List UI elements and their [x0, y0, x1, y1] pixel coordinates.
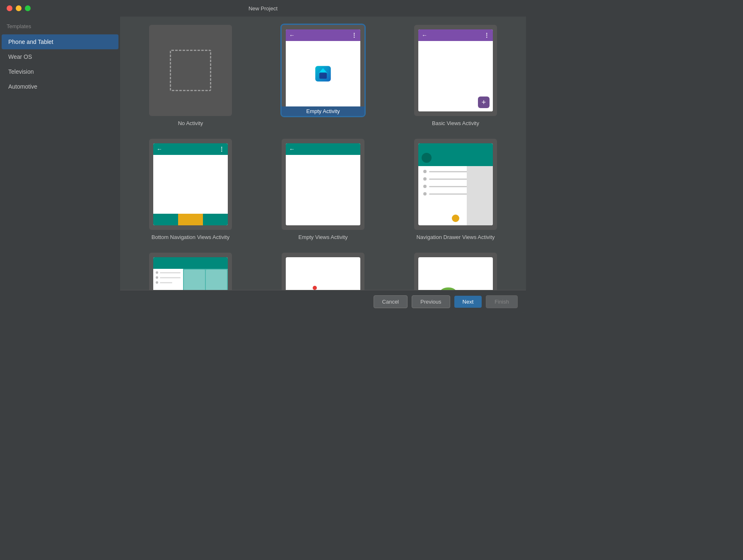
sidebar-section-title: Templates [0, 23, 120, 34]
phone-body-empty [286, 41, 360, 111]
minimize-button[interactable] [16, 5, 22, 11]
sidebar-item-television[interactable]: Television [2, 64, 118, 79]
svg-rect-1 [319, 72, 327, 79]
template-preview-empty-activity: ← ⋮ [282, 25, 364, 116]
template-preview-empty-views: ← [282, 139, 364, 230]
previous-button[interactable]: Previous [412, 295, 450, 308]
template-preview-bottom-nav: ← ⋮ [149, 139, 232, 230]
template-preview-cpp: C ++ [414, 253, 497, 290]
resp-table-body [153, 269, 228, 290]
phone-mockup-basic: ← ⋮ + [418, 29, 493, 111]
template-empty-activity[interactable]: ← ⋮ [265, 25, 381, 126]
sidebar-item-wear-os[interactable]: Wear OS [2, 49, 118, 64]
more-icon-basic: ⋮ [484, 32, 490, 39]
templates-grid: No Activity ← ⋮ [120, 17, 526, 290]
template-label-empty-views: Empty Views Activity [299, 234, 348, 240]
template-label-basic-views: Basic Views Activity [432, 120, 479, 126]
finish-button[interactable]: Finish [486, 295, 518, 308]
resp-table-mockup: ↗ [153, 257, 228, 290]
template-bottom-nav[interactable]: ← ⋮ Bottom Navigation Views Activity [133, 139, 248, 240]
phone-mockup-empty-views: ← [286, 143, 360, 225]
svg-point-12 [313, 286, 317, 290]
window-controls [7, 5, 31, 11]
close-button[interactable] [7, 5, 12, 11]
dashed-placeholder [170, 50, 211, 91]
template-preview-responsive: ↗ [149, 253, 232, 290]
no-activity-bg [149, 25, 232, 116]
drawer-header [418, 143, 493, 166]
more-icon: ⋮ [351, 32, 357, 39]
template-no-activity[interactable]: No Activity [133, 25, 248, 126]
template-game[interactable]: Game Activity [265, 253, 381, 290]
resp-table-header [153, 257, 228, 269]
phone-body-basic: + [418, 41, 493, 111]
window-title: New Project [248, 5, 277, 12]
toolbar-bottom-nav: ← ⋮ [153, 143, 228, 155]
fab-basic: + [478, 97, 490, 108]
template-label-bottom-nav: Bottom Navigation Views Activity [152, 234, 229, 240]
game-mockup [286, 257, 360, 290]
main-content: Templates Phone and Tablet Wear OS Telev… [0, 17, 526, 313]
sidebar: Templates Phone and Tablet Wear OS Telev… [0, 17, 120, 313]
back-arrow-icon: ← [289, 32, 295, 39]
content-area: No Activity ← ⋮ [120, 17, 526, 313]
template-label-no-activity: No Activity [178, 120, 203, 126]
nav-item-1 [153, 214, 178, 225]
more-icon-nav: ⋮ [219, 146, 224, 152]
drawer-panel [467, 166, 493, 225]
template-preview-nav-drawer [414, 139, 497, 230]
template-basic-views[interactable]: ← ⋮ + Basic Views Activity [398, 25, 514, 126]
phone-body-empty-views [286, 155, 360, 225]
phone-mockup-bottom-nav: ← ⋮ [153, 143, 228, 225]
cpp-mockup: C ++ [418, 257, 493, 290]
nav-item-3 [203, 214, 228, 225]
cpp-logo-icon: C ++ [435, 282, 476, 290]
template-preview-no-activity [149, 25, 232, 116]
phone-mockup-empty: ← ⋮ [286, 29, 360, 111]
nav-drawer-mockup [418, 143, 493, 225]
svg-text:C: C [437, 282, 458, 290]
back-icon-ev: ← [289, 146, 295, 152]
template-empty-views[interactable]: ← Empty Views Activity [265, 139, 381, 240]
maximize-button[interactable] [25, 5, 31, 11]
cancel-button[interactable]: Cancel [374, 295, 408, 308]
gamepad-icon [302, 284, 344, 290]
template-responsive-table[interactable]: ↗ Responsive Views Activity [133, 253, 248, 290]
resp-table-right [183, 269, 228, 290]
selected-template-label: Empty Activity [282, 106, 364, 116]
toolbar-empty: ← ⋮ [286, 29, 360, 41]
template-preview-basic-views: ← ⋮ + [414, 25, 497, 116]
back-icon-nav: ← [157, 146, 162, 152]
phone-body-bottom-nav [153, 155, 228, 214]
toolbar-empty-views: ← [286, 143, 360, 155]
nav-item-active [178, 214, 203, 225]
svg-text:++: ++ [459, 290, 476, 290]
sidebar-item-phone-tablet[interactable]: Phone and Tablet [2, 34, 118, 49]
template-label-nav-drawer: Navigation Drawer Views Activity [416, 234, 495, 240]
resp-table-left [153, 269, 183, 290]
drawer-circle [422, 153, 432, 163]
template-cpp[interactable]: C ++ Native C++ [398, 253, 514, 290]
android-logo-icon [311, 61, 335, 86]
sidebar-item-automotive[interactable]: Automotive [2, 79, 118, 94]
bottom-bar: Cancel Previous Next Finish [120, 290, 526, 313]
toolbar-basic: ← ⋮ [418, 29, 493, 41]
template-nav-drawer[interactable]: Navigation Drawer Views Activity [398, 139, 514, 240]
back-icon-basic: ← [422, 32, 427, 39]
title-bar: New Project [0, 0, 526, 17]
next-button[interactable]: Next [454, 296, 482, 308]
template-preview-game [282, 253, 364, 290]
drawer-fab [452, 215, 459, 222]
bottom-nav-bar [153, 214, 228, 225]
